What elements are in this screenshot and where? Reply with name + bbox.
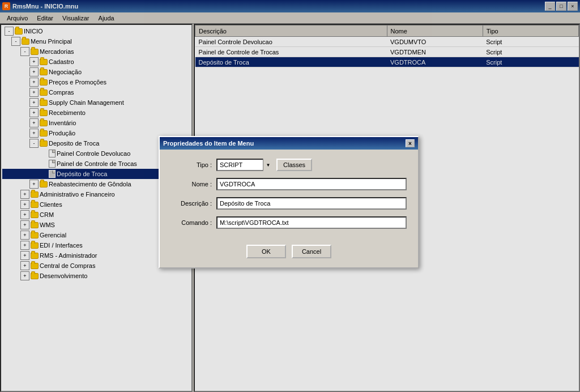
form-select-wrapper-tipo: SCRIPT FORM REPORT ▼ Classes — [216, 159, 407, 171]
select-tipo[interactable]: SCRIPT FORM REPORT — [216, 159, 273, 171]
label-descricao: Descrição : — [171, 200, 216, 207]
form-row-nome: Nome : — [171, 178, 407, 190]
dialog-close-button[interactable]: × — [406, 139, 415, 147]
label-comando: Comando : — [171, 219, 216, 226]
dialog-title: Propriedades do Item de Menu — [163, 140, 254, 147]
input-comando[interactable] — [216, 216, 407, 229]
dialog-title-bar: Propriedades do Item de Menu × — [160, 137, 418, 150]
form-row-tipo: Tipo : SCRIPT FORM REPORT ▼ Classes — [171, 159, 407, 171]
cancel-button[interactable]: Cancel — [292, 245, 331, 258]
modal-overlay: Propriedades do Item de Menu × Tipo : SC… — [0, 0, 580, 392]
dialog: Propriedades do Item de Menu × Tipo : SC… — [159, 136, 419, 269]
input-descricao[interactable] — [216, 197, 407, 210]
dialog-footer: OK Cancel — [160, 242, 418, 267]
input-nome[interactable] — [216, 178, 407, 190]
form-row-comando: Comando : — [171, 216, 407, 229]
label-nome: Nome : — [171, 181, 216, 188]
dialog-body: Tipo : SCRIPT FORM REPORT ▼ Classes Nome — [160, 150, 418, 242]
ok-button[interactable]: OK — [246, 245, 286, 258]
select-wrapper-tipo[interactable]: SCRIPT FORM REPORT ▼ — [216, 159, 273, 171]
form-row-descricao: Descrição : — [171, 197, 407, 210]
label-tipo: Tipo : — [171, 161, 216, 168]
classes-button[interactable]: Classes — [276, 159, 312, 171]
